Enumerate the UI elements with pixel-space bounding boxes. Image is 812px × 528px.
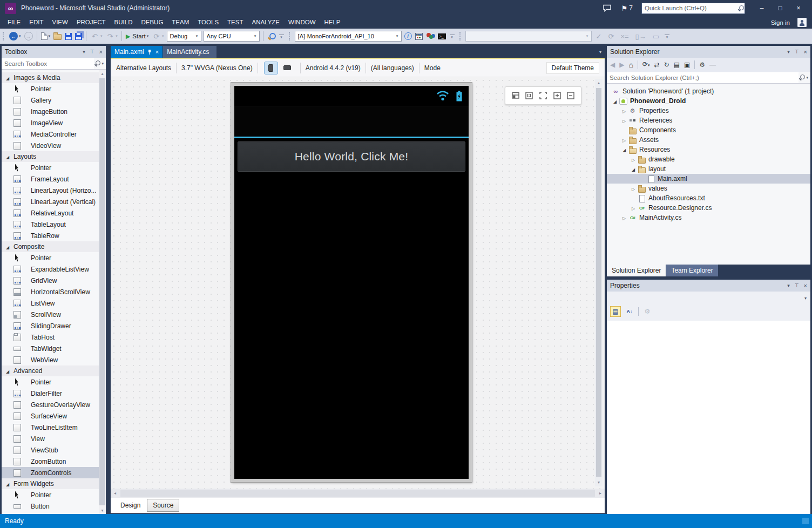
sign-in-link[interactable]: Sign in: [771, 19, 790, 26]
toolbox-item[interactable]: TwoLineListItem: [2, 422, 99, 433]
open-file-button[interactable]: [52, 30, 63, 43]
toolbox-item[interactable]: ScrollView: [2, 309, 99, 320]
toolbar-overflow-button[interactable]: [664, 35, 670, 38]
pin-icon[interactable]: ⊤: [795, 283, 799, 288]
toolbox-item[interactable]: Gallery: [2, 94, 99, 106]
toolbox-item[interactable]: SurfaceView: [2, 410, 99, 422]
toolbox-item[interactable]: ImageView: [2, 117, 99, 128]
toolbox-item[interactable]: HorizontalScrollView: [2, 286, 99, 297]
secondary-target-dropdown[interactable]: ▾: [465, 31, 592, 42]
document-tab[interactable]: MainActivity.cs ×: [163, 46, 216, 58]
home-icon[interactable]: ⌂: [628, 61, 633, 69]
portrait-orientation-button[interactable]: [264, 62, 278, 75]
pending-changes-filter-icon[interactable]: ⟳▾: [642, 60, 650, 69]
redo-button[interactable]: ↷▾: [104, 30, 119, 43]
toolbar-overflow-button[interactable]: [449, 35, 455, 38]
zoom-100-button[interactable]: [524, 90, 534, 101]
tree-item[interactable]: MainActivity.cs: [607, 213, 810, 222]
properties-header[interactable]: Properties ▾ ⊤ ×: [607, 280, 810, 292]
menu-item[interactable]: BUILD: [110, 16, 137, 29]
scroll-right-icon[interactable]: ▸: [596, 489, 605, 498]
toolbox-item[interactable]: VideoView: [2, 140, 99, 151]
window-position-icon[interactable]: ▾: [787, 283, 790, 288]
toolbox-item[interactable]: MediaController: [2, 128, 99, 140]
start-debug-button[interactable]: ▶ Start▾: [124, 30, 150, 43]
tree-item[interactable]: Solution 'Phoneword' (1 project): [607, 86, 810, 96]
minimize-button[interactable]: –: [753, 2, 771, 14]
tree-item[interactable]: layout: [607, 164, 810, 174]
toolbox-item[interactable]: ImageButton: [2, 106, 99, 117]
scroll-up-icon[interactable]: ▴: [99, 70, 106, 77]
close-icon[interactable]: ×: [804, 283, 807, 288]
device-dropdown[interactable]: 3.7" WVGA (Nexus One): [181, 64, 253, 72]
toolbox-search-input[interactable]: [2, 58, 94, 69]
categorized-button[interactable]: ▤: [610, 306, 621, 317]
resize-grip[interactable]: [802, 518, 809, 524]
menu-item[interactable]: EDIT: [25, 16, 48, 29]
expander-icon[interactable]: [630, 204, 637, 212]
chevron-down-icon[interactable]: ▾: [102, 62, 104, 66]
toolbox-item[interactable]: ZoomControls: [2, 467, 99, 478]
tree-item[interactable]: Resources: [607, 145, 810, 154]
alternative-layouts-button[interactable]: Alternative Layouts: [116, 64, 171, 72]
toolbox-item[interactable]: GridView: [2, 275, 99, 286]
hello-world-button[interactable]: Hello World, Click Me!: [238, 141, 465, 172]
new-project-button[interactable]: ▾: [39, 30, 52, 43]
theme-dropdown[interactable]: Default Theme: [546, 62, 600, 74]
toolbox-header[interactable]: Toolbox ▾ ⊤ ×: [2, 46, 106, 58]
toolbox-item[interactable]: ZoomButton: [2, 456, 99, 467]
solution-explorer-header[interactable]: Solution Explorer ▾ ⊤ ×: [607, 46, 810, 58]
scroll-up-icon[interactable]: ▴: [595, 79, 603, 87]
toolbox-item[interactable]: Pointer: [2, 489, 99, 500]
solution-platform-dropdown[interactable]: Any CPU▾: [204, 31, 260, 42]
toolbox-item[interactable]: SlidingDrawer: [2, 320, 99, 331]
properties-wrench-icon[interactable]: ⚙: [699, 61, 705, 69]
menu-item[interactable]: DEBUG: [137, 16, 167, 29]
tree-item[interactable]: drawable: [607, 154, 810, 164]
toolbox-item[interactable]: ExpandableListView: [2, 263, 99, 275]
restart-button[interactable]: ⟳▾: [150, 30, 165, 43]
scrollbar-thumb[interactable]: [596, 88, 601, 477]
toolbox-item[interactable]: Pointer: [2, 162, 99, 173]
panel-tab[interactable]: Solution Explorer: [607, 265, 666, 276]
navigate-backward-button[interactable]: ←▾: [8, 30, 23, 43]
pin-icon[interactable]: [147, 49, 152, 55]
view-tab[interactable]: Design: [115, 499, 146, 511]
scrollbar-thumb[interactable]: [99, 78, 105, 505]
expander-icon[interactable]: [620, 214, 628, 221]
landscape-orientation-button[interactable]: [280, 62, 294, 75]
quick-launch-box[interactable]: [641, 3, 745, 14]
toolbox-item[interactable]: Button: [2, 500, 99, 512]
toolbox-searchbox[interactable]: ▾: [2, 58, 106, 70]
device-log-button[interactable]: [414, 30, 424, 43]
save-all-button[interactable]: [73, 30, 84, 43]
scroll-left-icon[interactable]: ◂: [111, 489, 119, 498]
toolbox-item[interactable]: ViewStub: [2, 444, 99, 456]
scrollbar-thumb[interactable]: [120, 490, 595, 497]
collapse-all-icon[interactable]: ▤: [674, 61, 680, 69]
menu-item[interactable]: HELP: [320, 16, 345, 29]
toolbox-item[interactable]: DialerFilter: [2, 388, 99, 399]
tree-item[interactable]: Properties: [607, 106, 810, 116]
properties-object-dropdown[interactable]: ▾: [607, 292, 810, 304]
manage-emulators-button[interactable]: [424, 30, 436, 43]
toolbox-item[interactable]: Pointer: [2, 376, 99, 388]
expander-icon[interactable]: [630, 185, 637, 192]
solution-explorer-searchbox[interactable]: ▾: [607, 72, 810, 84]
toolbox-item[interactable]: FrameLayout: [2, 173, 99, 185]
pin-icon[interactable]: ⊤: [90, 49, 94, 55]
toolbox-item[interactable]: TabHost: [2, 331, 99, 343]
toolbox-category[interactable]: Advanced: [2, 365, 99, 376]
expander-icon[interactable]: [630, 155, 637, 163]
menu-item[interactable]: TOOLS: [193, 16, 223, 29]
tree-item[interactable]: Phoneword_Droid: [607, 96, 810, 106]
tree-item[interactable]: Assets: [607, 135, 810, 145]
expander-icon[interactable]: [620, 107, 628, 114]
navigate-forward-button[interactable]: →: [23, 30, 35, 43]
tree-item[interactable]: AboutResources.txt: [607, 193, 810, 203]
undo-button[interactable]: ↶▾: [89, 30, 104, 43]
expander-icon[interactable]: [620, 117, 628, 124]
view-tab[interactable]: Source: [147, 499, 179, 512]
toolbox-item[interactable]: GestureOverlayView: [2, 399, 99, 410]
close-button[interactable]: ×: [789, 2, 808, 14]
